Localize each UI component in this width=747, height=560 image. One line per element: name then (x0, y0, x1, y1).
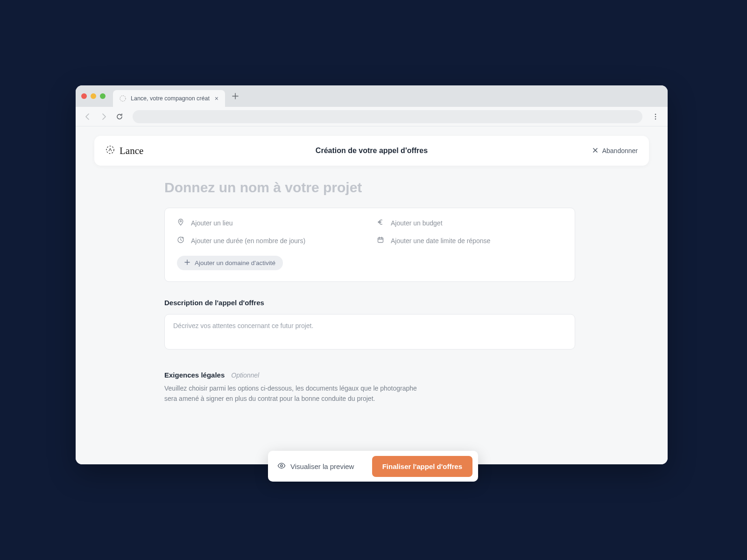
nav-back-icon[interactable] (82, 111, 93, 122)
euro-icon (377, 218, 384, 228)
browser-menu-icon[interactable] (650, 111, 661, 122)
finalize-button[interactable]: Finaliser l'appel d'offres (372, 456, 472, 477)
location-pin-icon (177, 218, 184, 228)
page-viewport: Lance Création de votre appel d'offres A… (76, 126, 668, 464)
tab-favicon-icon (120, 95, 126, 102)
new-tab-button[interactable] (229, 90, 242, 103)
plus-icon (184, 259, 190, 266)
reload-icon[interactable] (114, 111, 125, 122)
add-domain-label: Ajouter un domaine d'activité (195, 259, 275, 266)
preview-button[interactable]: Visualiser la preview (277, 462, 354, 471)
description-section: Description de l'appel d'offres (164, 299, 575, 351)
svg-point-5 (180, 220, 181, 222)
svg-point-2 (655, 116, 656, 117)
eye-icon (277, 462, 286, 471)
add-deadline-label: Ajouter une date limite de réponse (391, 237, 490, 245)
duration-icon (177, 236, 184, 245)
add-duration-button[interactable]: Ajouter une durée (en nombre de jours) (177, 236, 363, 245)
content-region: Ajouter un lieu Ajouter un budget Ajoute… (164, 180, 575, 404)
window-minimize-icon[interactable] (91, 93, 96, 99)
calendar-icon (377, 236, 384, 245)
window-maximize-icon[interactable] (100, 93, 106, 99)
legal-heading: Exigences légales (164, 371, 225, 379)
browser-tab-bar: Lance, votre compagnon créat × (76, 85, 668, 107)
add-domain-button[interactable]: Ajouter un domaine d'activité (177, 256, 283, 270)
preview-label: Visualiser la preview (290, 462, 354, 470)
add-location-label: Ajouter un lieu (191, 219, 233, 227)
browser-window: Lance, votre compagnon créat × Lance (76, 85, 668, 464)
add-budget-button[interactable]: Ajouter un budget (377, 218, 563, 228)
add-duration-label: Ajouter une durée (en nombre de jours) (191, 237, 305, 245)
svg-point-8 (281, 464, 282, 466)
add-budget-label: Ajouter un budget (391, 219, 443, 227)
brand[interactable]: Lance (106, 145, 143, 157)
legal-help-text: Veuillez choisir parmi les options ci-de… (164, 384, 426, 404)
meta-card: Ajouter un lieu Ajouter un budget Ajoute… (164, 208, 575, 282)
description-textarea[interactable] (164, 314, 575, 350)
abandon-button[interactable]: Abandonner (592, 147, 638, 155)
add-location-button[interactable]: Ajouter un lieu (177, 218, 363, 228)
svg-point-4 (106, 146, 114, 154)
abandon-label: Abandonner (602, 147, 638, 154)
address-bar[interactable] (133, 110, 642, 123)
browser-toolbar (76, 107, 668, 126)
window-controls (81, 93, 106, 99)
project-name-input[interactable] (164, 180, 575, 196)
legal-section: Exigences légales Optionnel Veuillez cho… (164, 371, 575, 404)
legal-optional-label: Optionnel (231, 371, 259, 379)
page-title: Création de votre appel d'offres (94, 147, 649, 155)
floating-action-bar: Visualiser la preview Finaliser l'appel … (268, 451, 478, 482)
svg-point-3 (655, 118, 656, 119)
close-icon (592, 147, 599, 155)
brand-name: Lance (120, 145, 143, 157)
tab-close-icon[interactable]: × (215, 95, 218, 102)
svg-point-1 (655, 113, 656, 115)
tab-title: Lance, votre compagnon créat (131, 95, 210, 102)
description-heading: Description de l'appel d'offres (164, 299, 575, 307)
add-deadline-button[interactable]: Ajouter une date limite de réponse (377, 236, 563, 245)
brand-logo-icon (106, 145, 115, 156)
nav-forward-icon[interactable] (98, 111, 109, 122)
svg-rect-7 (378, 238, 383, 243)
browser-tab[interactable]: Lance, votre compagnon créat × (113, 90, 225, 107)
window-close-icon[interactable] (81, 93, 87, 99)
svg-point-0 (120, 96, 126, 101)
page-header: Lance Création de votre appel d'offres A… (94, 136, 649, 166)
